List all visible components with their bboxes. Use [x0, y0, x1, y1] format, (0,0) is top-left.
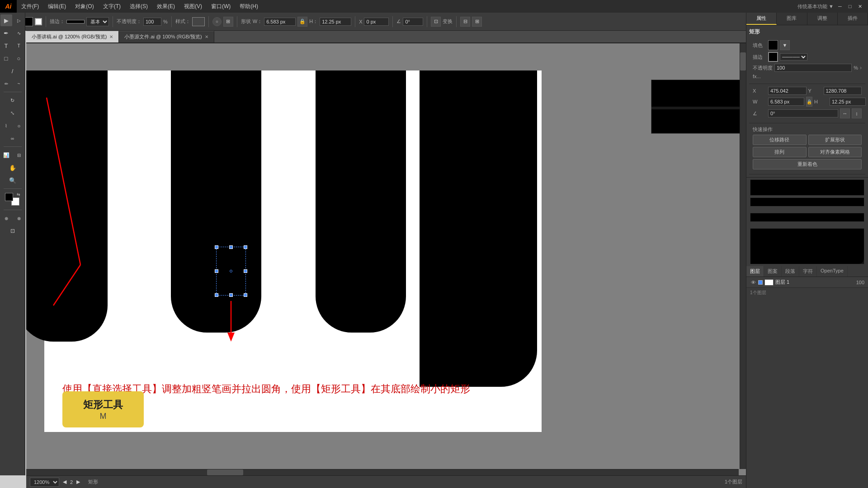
x-value-r[interactable] [768, 87, 807, 95]
fill-swatch[interactable] [768, 40, 778, 50]
tab-close-1[interactable]: ✕ [205, 34, 208, 39]
opentype-tab[interactable]: OpenType [817, 266, 848, 277]
tool-extra2[interactable]: ⊗ [13, 212, 25, 224]
handle-br[interactable] [244, 293, 247, 297]
handle-bl[interactable] [215, 293, 218, 297]
slice-tool[interactable]: ⊟ [13, 149, 25, 161]
graph-tool[interactable]: 📊 [0, 149, 12, 161]
minimize-button[interactable]: ─ [836, 3, 844, 10]
maximize-button[interactable]: □ [846, 3, 854, 10]
menu-select[interactable]: 选择(S) [125, 0, 152, 13]
tab-close-0[interactable]: ✕ [109, 34, 113, 39]
warp-tool[interactable]: ⌇ [0, 120, 12, 131]
style-swatch[interactable] [192, 17, 205, 26]
type-tool[interactable]: T [0, 40, 12, 52]
menu-window[interactable]: 窗口(W) [207, 0, 235, 13]
tab-secondary[interactable]: 小墨源文件.ai @ 100% (RGB/预览) ✕ [119, 31, 214, 42]
direct-select-tool[interactable]: ▷ [13, 14, 25, 26]
tab-properties[interactable]: 属性 [746, 13, 777, 25]
horizontal-scrollbar[interactable] [26, 469, 739, 475]
fill-indicator[interactable] [5, 193, 13, 201]
curvature-tool[interactable]: ∿ [13, 27, 25, 39]
menu-effect[interactable]: 效果(E) [152, 0, 179, 13]
x-input[interactable] [364, 18, 389, 26]
ellipse-tool[interactable]: ○ [13, 52, 25, 64]
handle-bm[interactable] [229, 293, 233, 297]
swap-icon[interactable]: ⇆ [17, 192, 20, 197]
angle-input[interactable] [403, 18, 423, 26]
vertical-scrollbar[interactable] [740, 43, 746, 469]
fill-options[interactable]: ▼ [780, 40, 790, 50]
menu-object[interactable]: 对象(O) [71, 0, 98, 13]
page-prev-btn[interactable]: ◀ [63, 479, 66, 485]
offset-path-btn[interactable]: 位移路径 [753, 135, 807, 145]
height-input[interactable] [320, 18, 351, 26]
tab-library[interactable]: 图库 [777, 13, 807, 25]
handle-tr[interactable] [244, 245, 247, 249]
layer-name[interactable]: 图层 1 [775, 279, 854, 286]
zoom-select[interactable]: 1200% [30, 478, 59, 487]
menu-help[interactable]: 帮助(H) [235, 0, 263, 13]
pathfinder-icon[interactable]: ⊞ [472, 17, 482, 27]
character-tab[interactable]: 字符 [799, 266, 817, 277]
stroke-style-select[interactable]: ───── [780, 53, 807, 61]
stroke-color[interactable] [35, 18, 42, 25]
tool-extra1[interactable]: ⊕ [0, 212, 12, 224]
blend-tool[interactable]: ∞ [7, 132, 19, 144]
recolor-btn[interactable]: 重新着色 [753, 159, 862, 169]
link-wh-icon[interactable]: 🔒 [297, 17, 307, 27]
rect-tool[interactable]: □ [0, 52, 12, 64]
opacity-value-r[interactable] [774, 64, 852, 72]
hand-tool[interactable]: ✋ [7, 162, 19, 174]
fill-color[interactable] [24, 17, 33, 26]
v-scroll-thumb[interactable] [740, 52, 746, 70]
tab-plugins[interactable]: 插件 [838, 13, 868, 25]
tab-active[interactable]: 小墨讲稿.ai @ 1200% (RGB/预览) ✕ [26, 31, 119, 42]
vertical-type-tool[interactable]: T [13, 40, 25, 52]
handle-mr[interactable] [244, 269, 247, 273]
w-value-r[interactable] [768, 98, 804, 106]
width-input[interactable] [264, 18, 296, 26]
flip-v-icon[interactable]: ↕ [852, 108, 862, 118]
handle-tl[interactable] [215, 245, 218, 249]
paragraph-tab[interactable]: 段落 [782, 266, 799, 277]
puppet-warp-tool[interactable]: ⌾ [13, 120, 25, 131]
handle-tm[interactable] [229, 245, 233, 249]
circle-tool[interactable]: ○ [212, 17, 222, 26]
align-btn[interactable]: 排列 [753, 147, 807, 157]
expand-shape-btn[interactable]: 扩展形状 [808, 135, 862, 145]
y-value-r[interactable] [824, 87, 862, 95]
menu-file[interactable]: 文件(F) [17, 0, 43, 13]
h-value-r[interactable] [830, 98, 866, 106]
menu-view[interactable]: 视图(V) [179, 0, 207, 13]
tab-adjustments[interactable]: 调整 [807, 13, 838, 25]
handle-ml[interactable] [215, 269, 218, 273]
scale-tool[interactable]: ⤡ [7, 107, 19, 119]
pixel-align-btn[interactable]: 对齐像素网格 [808, 147, 862, 157]
link-wh-r[interactable]: 🔒 [806, 97, 812, 107]
stroke-weight-select[interactable]: 基本 [86, 17, 109, 26]
page-next-btn[interactable]: ▶ [76, 479, 80, 485]
menu-text[interactable]: 文字(T) [99, 0, 125, 13]
close-button[interactable]: ✕ [856, 3, 863, 10]
pencil-tool[interactable]: ✏ [0, 78, 12, 89]
transform-icon[interactable]: ⊡ [431, 17, 441, 27]
align-icon[interactable]: ⊟ [460, 17, 470, 27]
rotate-tool[interactable]: ↻ [7, 94, 19, 106]
grid-icon[interactable]: ⊞ [223, 17, 233, 27]
patterns-tab[interactable]: 图案 [764, 266, 782, 277]
layers-tab[interactable]: 图层 [746, 266, 764, 277]
stroke-swatch[interactable] [66, 20, 85, 23]
flip-h-icon[interactable]: ↔ [840, 108, 850, 118]
smooth-tool[interactable]: ~ [13, 78, 25, 89]
selected-rectangle[interactable] [216, 247, 246, 296]
fx-label[interactable]: fx... [753, 74, 761, 79]
menu-edit[interactable]: 编辑(E) [43, 0, 71, 13]
layer-visibility-icon[interactable]: 👁 [750, 279, 756, 286]
angle-value-r[interactable] [768, 109, 838, 117]
paintbrush-tool[interactable]: / [7, 65, 19, 77]
selection-tool[interactable]: ▶ [0, 14, 12, 26]
artboard-tool[interactable]: ⊡ [7, 225, 19, 237]
expand-opacity-icon[interactable]: › [860, 65, 862, 71]
stroke-swatch-r[interactable] [768, 52, 778, 62]
